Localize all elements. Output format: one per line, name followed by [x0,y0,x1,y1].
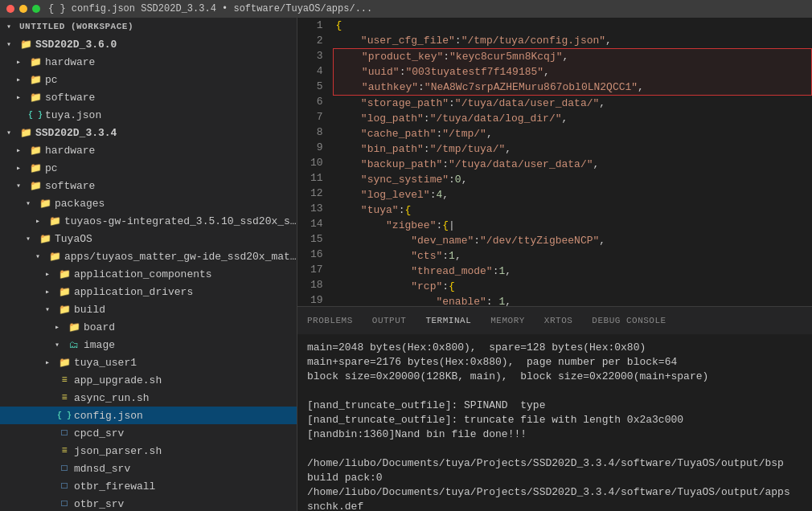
item-label: mdnsd_srv [74,463,130,475]
terminal-line [307,384,802,399]
sh-file-icon: ≡ [58,391,71,404]
sidebar-item-otbr-firewall[interactable]: □ otbr_firewall [0,477,297,495]
code-line-13: "tuya":{ [336,202,809,218]
close-dot[interactable] [6,5,14,13]
workspace-label: UNTITLED (WORKSPACE) [19,22,133,31]
tab-problems[interactable]: PROBLEMS [297,307,363,335]
item-label: apps/tuyaos_matter_gw-ide_ssd20x_matter_… [64,251,297,263]
terminal-line: block size=0x20000(128KB, main), block s… [307,370,802,384]
terminal-line: [nandbin:1360]Nand bin file done!!! [307,427,802,442]
code-line-11: "sync_systime":0, [336,172,809,187]
item-label: image [84,339,115,351]
code-line-6: "storage_path":"/tuya/data/user_data/", [336,96,809,111]
sidebar-item-app-components[interactable]: 📁 application_components [0,265,297,283]
folder-arrow-closed [45,287,58,296]
item-label: SSD202D_3.3.4 [35,127,117,139]
code-line-15: "dev_name":"/dev/ttyZigbeeNCP", [336,233,809,248]
tab-memory[interactable]: MEMORY [481,307,535,335]
sidebar-item-apps[interactable]: 📁 apps/tuyaos_matter_gw-ide_ssd20x_matte… [0,247,297,265]
code-line-7: "log_path":"/tuya/data/log_dir/", [336,111,809,126]
sidebar-item-tuyaos-gw[interactable]: 📁 tuyaos-gw-integrated_3.5.10_ssd20x_ssd… [0,212,297,230]
terminal-line: /home/liubo/Documents/tuya/Projects/SSD2… [307,456,802,471]
sidebar-item-app-upgrade[interactable]: ≡ app_upgrade.sh [0,371,297,389]
item-label: cpcd_srv [74,427,124,439]
terminal-line: [nand_truncate_outfile]: truncate file w… [307,413,802,427]
sidebar-item-image[interactable]: 🗂 image [0,336,297,354]
image-folder-icon: 🗂 [68,338,80,351]
sidebar-item-pc-1[interactable]: 📁 pc [0,71,297,88]
sidebar-item-async-run[interactable]: ≡ async_run.sh [0,389,297,407]
folder-arrow-closed [16,57,29,67]
folder-arrow-open [16,181,29,190]
maximize-dot[interactable] [32,5,40,13]
sidebar-item-packages[interactable]: 📁 packages [0,194,297,212]
code-line-18: "rcp":{ [336,279,809,294]
code-line-5: "authkey":"NeA8Wc7srpAZHEMuru867obl0LN2Q… [337,80,808,95]
editor-area: 1 2 3 4 5 6 7 8 9 10 11 12 13 14 15 16 1 [297,18,812,306]
code-line-19: "enable": 1, [336,294,809,306]
folder-icon: 📁 [58,268,71,280]
json-icon: { } [29,108,42,121]
item-label: software [45,180,95,192]
file-icon: □ [58,427,71,439]
folder-open-icon: 📁 [39,232,51,245]
tab-xrtos[interactable]: XRTOS [535,307,583,335]
item-label: build [74,304,105,316]
json-file-icon: { } [58,409,71,422]
folder-arrow-open [55,340,68,350]
item-label: app_upgrade.sh [74,374,162,386]
folder-icon: 📁 [58,285,71,298]
sidebar-item-pc-2[interactable]: 📁 pc [0,159,297,177]
sidebar-item-json-parser[interactable]: ≡ json_parser.sh [0,442,297,460]
sidebar-item-cpcd-srv[interactable]: □ cpcd_srv [0,424,297,442]
sidebar-item-software-1[interactable]: 📁 software [0,88,297,106]
item-label: hardware [45,56,95,68]
main-layout: UNTITLED (WORKSPACE) 📁 SSD202D_3.6.0 📁 h… [0,18,812,511]
sidebar-item-tuyaos[interactable]: 📁 TuyaOS [0,230,297,247]
sidebar-item-build[interactable]: 📁 build [0,300,297,318]
folder-arrow-closed [16,163,29,173]
sidebar-item-mdnsd-srv[interactable]: □ mdnsd_srv [0,460,297,477]
highlight-box: "product_key":"keyc8cur5mn8Kcqj", "uuid"… [333,48,812,96]
folder-arrow-closed [16,92,29,102]
terminal-line: build pack:0 [307,471,802,485]
terminal-line: [nand_truncate_outfile]: SPINAND type [307,399,802,413]
sidebar-item-tuya-user1[interactable]: 📁 tuya_user1 [0,354,297,371]
folder-arrow-open [45,305,58,314]
folder-open-icon: 📁 [58,303,71,316]
folder-icon: 📁 [58,356,71,369]
terminal-line [307,442,802,456]
sidebar-item-otbr-srv[interactable]: □ otbr_srv [0,495,297,511]
folder-arrow-open [26,198,39,208]
terminal-area[interactable]: main=2048 bytes(Hex:0x800), spare=128 by… [297,334,812,511]
folder-arrow-open [26,234,39,243]
folder-icon: 📁 [29,73,42,86]
file-icon: □ [58,462,71,475]
folder-arrow-open [6,39,19,49]
workspace-header[interactable]: UNTITLED (WORKSPACE) [0,18,297,35]
sh-file-icon: ≡ [58,374,71,386]
terminal-line: main=2048 bytes(Hex:0x800), spare=128 by… [307,341,802,355]
sidebar-item-tuya-json-1[interactable]: { } tuya.json [0,106,297,124]
minimize-dot[interactable] [19,5,27,13]
sidebar-item-hardware-1[interactable]: 📁 hardware [0,53,297,71]
code-line-4: "uuid":"003tuyatestf7f149185", [337,64,808,80]
sidebar-item-ssd202d-360[interactable]: 📁 SSD202D_3.6.0 [0,35,297,53]
file-icon: □ [58,497,71,510]
sidebar-item-app-drivers[interactable]: 📁 application_drivers [0,283,297,300]
panel-tabs: PROBLEMS OUTPUT TERMINAL MEMORY XRTOS DE… [297,306,812,334]
title-text: { } config.json SSD202D_3.3.4 • software… [48,3,372,14]
code-content[interactable]: { "user_cfg_file":"/tmp/tuya/config.json… [333,18,812,306]
terminal-line: snchk.def [307,500,802,511]
folder-arrow-closed [45,358,58,367]
tab-terminal[interactable]: TERMINAL [416,307,481,335]
sidebar-item-config-json[interactable]: { } config.json [0,407,297,424]
item-label: config.json [74,410,143,422]
folder-arrow-closed [16,75,29,84]
sidebar-item-ssd202d-334[interactable]: 📁 SSD202D_3.3.4 [0,124,297,141]
tab-output[interactable]: OUTPUT [363,307,416,335]
sidebar-item-hardware-2[interactable]: 📁 hardware [0,141,297,159]
sidebar-item-software-2[interactable]: 📁 software [0,177,297,194]
tab-debug-console[interactable]: DEBUG CONSOLE [582,307,675,335]
sidebar-item-board[interactable]: 📁 board [0,318,297,336]
